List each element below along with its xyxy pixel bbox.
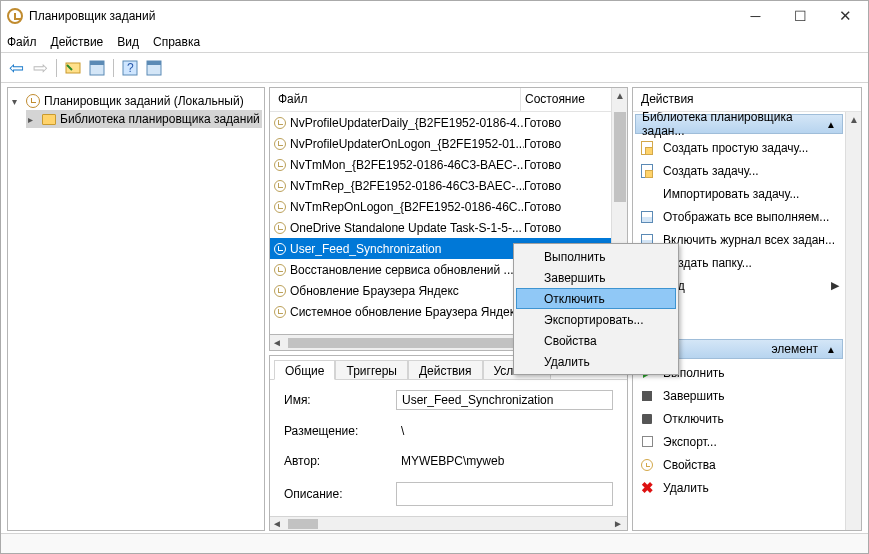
task-details: Общие Триггеры Действия Условия Имя: Use… — [269, 355, 628, 531]
table-row[interactable]: NvTmMon_{B2FE1952-0186-46C3-BAEC-...Гото… — [270, 154, 611, 175]
task-state: Готово — [524, 221, 604, 235]
ctx-export[interactable]: Экспортировать... — [516, 309, 676, 330]
clock-icon — [274, 159, 286, 171]
task-state: Готово — [524, 137, 604, 151]
menu-action[interactable]: Действие — [51, 35, 104, 49]
clock-icon — [274, 243, 286, 255]
author-label: Автор: — [284, 454, 396, 468]
tree-root-label: Планировщик заданий (Локальный) — [44, 94, 244, 108]
action-label: Включить журнал всех задан... — [663, 233, 835, 247]
action-disable[interactable]: Отключить — [633, 407, 845, 430]
tab-actions[interactable]: Действия — [408, 360, 483, 379]
expand-icon[interactable]: ▸ — [28, 114, 38, 125]
action-label: Отображать все выполняем... — [663, 210, 829, 224]
col-state[interactable]: Состояние — [520, 88, 600, 111]
import-icon — [639, 186, 655, 202]
task-state: Готово — [524, 116, 604, 130]
tree-library[interactable]: ▸ Библиотека планировщика заданий — [26, 110, 262, 128]
col-file[interactable]: Файл — [270, 88, 520, 111]
task-name: NvTmRep_{B2FE1952-0186-46C3-BAEC-... — [290, 179, 524, 193]
actions-vscroll[interactable] — [845, 112, 861, 530]
task-name: OneDrive Standalone Update Task-S-1-5-..… — [290, 221, 522, 235]
app-icon — [7, 8, 23, 24]
action-delete[interactable]: ✖Удалить — [633, 476, 845, 499]
action-end[interactable]: Завершить — [633, 384, 845, 407]
action-import[interactable]: Импортировать задачу... — [633, 182, 845, 205]
menu-help[interactable]: Справка — [153, 35, 200, 49]
content-area: ▾ Планировщик заданий (Локальный) ▸ Библ… — [1, 83, 868, 533]
ctx-run[interactable]: Выполнить — [516, 246, 676, 267]
ctx-disable[interactable]: Отключить — [516, 288, 676, 309]
clock-icon — [274, 306, 286, 318]
action-create[interactable]: Создать задачу... — [633, 159, 845, 182]
task-state: Готово — [524, 200, 604, 214]
forward-button: ⇨ — [29, 57, 51, 79]
action-show-running[interactable]: Отображать все выполняем... — [633, 205, 845, 228]
menubar: Файл Действие Вид Справка — [1, 31, 868, 53]
menu-view[interactable]: Вид — [117, 35, 139, 49]
task-name: NvTmRepOnLogon_{B2FE1952-0186-46C... — [290, 200, 524, 214]
task-name: NvProfileUpdaterDaily_{B2FE1952-0186-4..… — [290, 116, 524, 130]
svg-rect-6 — [147, 61, 161, 65]
menu-file[interactable]: Файл — [7, 35, 37, 49]
collapse-icon[interactable]: ▲ — [826, 344, 836, 355]
minimize-button[interactable]: ─ — [733, 1, 778, 31]
svg-text:?: ? — [127, 61, 134, 75]
toolbar-icon-3[interactable] — [143, 57, 165, 79]
console-tree[interactable]: ▾ Планировщик заданий (Локальный) ▸ Библ… — [7, 87, 265, 531]
clock-icon — [274, 201, 286, 213]
table-row[interactable]: NvTmRepOnLogon_{B2FE1952-0186-46C...Гото… — [270, 196, 611, 217]
table-row[interactable]: NvTmRep_{B2FE1952-0186-46C3-BAEC-...Гото… — [270, 175, 611, 196]
back-button[interactable]: ⇦ — [5, 57, 27, 79]
location-label: Размещение: — [284, 424, 396, 438]
action-export[interactable]: Экспорт... — [633, 430, 845, 453]
actions-header: Действия — [633, 88, 861, 112]
props-icon — [639, 457, 655, 473]
task-name: NvTmMon_{B2FE1952-0186-46C3-BAEC-... — [290, 158, 524, 172]
separator — [56, 59, 57, 77]
statusbar — [1, 533, 868, 553]
action-create-basic[interactable]: Создать простую задачу... — [633, 136, 845, 159]
tab-general[interactable]: Общие — [274, 360, 335, 380]
table-row[interactable]: OneDrive Standalone Update Task-S-1-5-..… — [270, 217, 611, 238]
location-value: \ — [396, 422, 613, 440]
table-row[interactable]: NvProfileUpdaterOnLogon_{B2FE1952-01...Г… — [270, 133, 611, 154]
action-label: Создать простую задачу... — [663, 141, 808, 155]
help-button[interactable]: ? — [119, 57, 141, 79]
group-library-label: Библиотека планировщика задан... — [642, 112, 826, 138]
toolbar-icon-2[interactable] — [86, 57, 108, 79]
clock-icon — [274, 117, 286, 129]
table-row[interactable]: NvProfileUpdaterDaily_{B2FE1952-0186-4..… — [270, 112, 611, 133]
desc-field[interactable] — [396, 482, 613, 506]
actions-group-library[interactable]: Библиотека планировщика задан... ▲ — [635, 114, 843, 134]
clock-icon — [274, 222, 286, 234]
svg-rect-0 — [66, 63, 80, 73]
close-button[interactable]: ✕ — [823, 1, 868, 31]
maximize-button[interactable]: ☐ — [778, 1, 823, 31]
tree-library-label: Библиотека планировщика заданий — [60, 112, 260, 126]
ctx-props[interactable]: Свойства — [516, 330, 676, 351]
clock-icon — [274, 180, 286, 192]
collapse-icon[interactable]: ▾ — [12, 96, 22, 107]
clock-icon — [274, 138, 286, 150]
name-label: Имя: — [284, 393, 396, 407]
action-props[interactable]: Свойства — [633, 453, 845, 476]
task-state: Готово — [524, 179, 604, 193]
tree-root[interactable]: ▾ Планировщик заданий (Локальный) — [10, 92, 262, 110]
details-hscroll[interactable] — [270, 516, 627, 530]
author-value: MYWEBPC\myweb — [396, 452, 613, 470]
action-label: Экспорт... — [663, 435, 717, 449]
export-icon — [639, 434, 655, 450]
folder-icon — [42, 114, 56, 125]
ctx-delete[interactable]: Удалить — [516, 351, 676, 372]
tab-triggers[interactable]: Триггеры — [335, 360, 408, 379]
name-field[interactable]: User_Feed_Synchronization — [396, 390, 613, 410]
task-icon — [639, 140, 655, 156]
disable-icon — [639, 411, 655, 427]
scheduler-icon — [26, 94, 40, 108]
collapse-icon[interactable]: ▲ — [826, 119, 836, 130]
task-name: Обновление Браузера Яндекс — [290, 284, 459, 298]
ctx-end[interactable]: Завершить — [516, 267, 676, 288]
stop-icon — [639, 388, 655, 404]
toolbar-icon-1[interactable] — [62, 57, 84, 79]
